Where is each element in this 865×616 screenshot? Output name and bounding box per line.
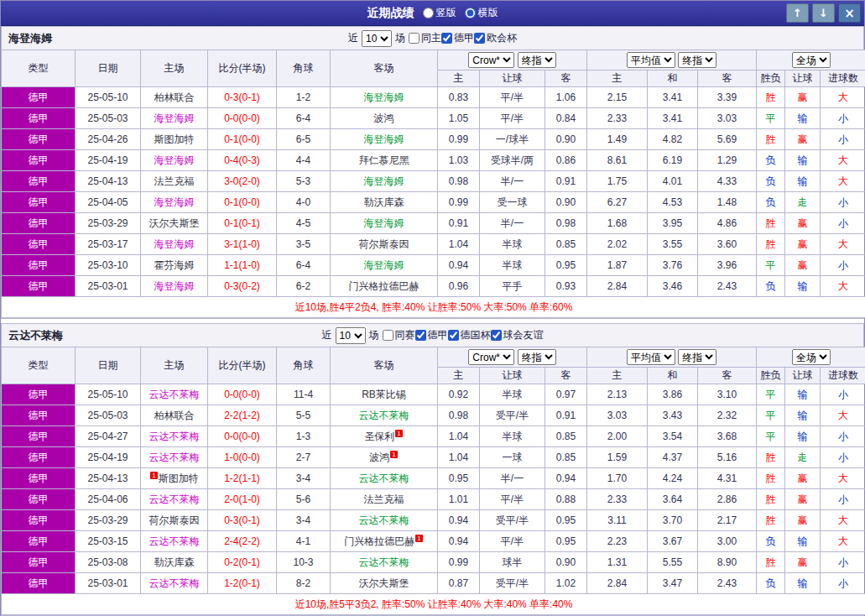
- home-team-cell: 柏林联合: [141, 405, 208, 426]
- layout-option-vertical[interactable]: 竖版: [423, 6, 456, 20]
- league-cell: 德甲: [2, 573, 76, 594]
- avg-home-cell: 2.33: [587, 489, 648, 510]
- odds-handicap-cell: 受平/半: [480, 405, 545, 426]
- avg-source-select[interactable]: 平均值: [627, 52, 675, 68]
- home-team-cell: 海登海姆: [141, 108, 208, 129]
- scope-select[interactable]: 全场: [792, 52, 831, 68]
- league-cell: 德甲: [2, 192, 76, 213]
- team-name: 门兴格拉德巴赫: [349, 280, 419, 292]
- team-name: 法兰克福: [364, 493, 404, 505]
- date-cell: 25-04-13: [76, 468, 141, 489]
- goals-result-cell: 大: [821, 87, 865, 108]
- team-name: 斯图加特: [159, 472, 199, 484]
- odds-handicap-cell: 半球: [480, 384, 545, 405]
- league-cell: 德甲: [2, 234, 76, 255]
- odds-handicap-cell: 平/半: [480, 87, 545, 108]
- filter-checkbox-同主[interactable]: 同主: [409, 31, 441, 45]
- column-header-type: 类型: [2, 347, 76, 384]
- scroll-down-button[interactable]: ↓: [812, 3, 835, 23]
- away-team-cell: 波鸿: [331, 108, 438, 129]
- avg-away-cell: 3.68: [698, 426, 757, 447]
- checkbox-input[interactable]: [441, 33, 452, 44]
- odds-away-cell: 0.85: [545, 447, 587, 468]
- corner-cell: 5-6: [277, 489, 331, 510]
- checkbox-input[interactable]: [491, 330, 502, 341]
- handicap-result-cell: 赢: [785, 255, 821, 276]
- team-name: 海登海姆: [154, 112, 195, 124]
- column-header-date: 日期: [76, 50, 141, 87]
- team-name: RB莱比锡: [362, 389, 406, 400]
- avg-source-select[interactable]: 平均值: [627, 349, 675, 365]
- team-section-werder-bremen: 云达不莱梅 近 10 场 同赛德甲德国杯球会友谊 类型 日期 主场 比分(半: [1, 323, 864, 616]
- avg-away-cell: 8.90: [698, 552, 757, 573]
- checkbox-input[interactable]: [409, 33, 419, 44]
- close-button[interactable]: ×: [838, 3, 861, 23]
- filter-checkbox-德国杯[interactable]: 德国杯: [448, 328, 491, 342]
- odds-away-cell: 0.88: [545, 489, 587, 510]
- odds-stage-select[interactable]: 终指: [518, 349, 556, 365]
- goals-result-cell: 小: [821, 426, 865, 447]
- filter-checkbox-同赛[interactable]: 同赛: [383, 328, 415, 342]
- layout-radio[interactable]: [423, 8, 434, 18]
- match-count-select[interactable]: 10: [362, 30, 392, 47]
- filter-checkbox-球会友谊[interactable]: 球会友谊: [491, 328, 544, 342]
- away-team-cell: 波鸿1: [331, 447, 438, 468]
- team-name: 沃尔夫斯堡: [359, 577, 409, 589]
- scope-select[interactable]: 全场: [792, 349, 831, 365]
- subheader-odds-away: 客: [545, 368, 587, 384]
- window-title: 近期战绩: [367, 6, 414, 21]
- scroll-up-button[interactable]: ↑: [786, 3, 809, 23]
- team-name: 门兴格拉德巴赫: [344, 535, 414, 547]
- goals-result-cell: 大: [821, 468, 865, 489]
- odds-company-select[interactable]: Crow*: [468, 349, 514, 365]
- filter-checkbox-group: 同赛德甲德国杯球会友谊: [383, 328, 544, 343]
- avg-stage-select[interactable]: 终指: [678, 349, 716, 365]
- outcome-cell: 平: [757, 384, 785, 405]
- filter-checkbox-欧会杯[interactable]: 欧会杯: [474, 31, 517, 45]
- checkbox-input[interactable]: [448, 330, 459, 341]
- avg-away-cell: 3.03: [698, 108, 757, 129]
- avg-stage-select[interactable]: 终指: [678, 52, 716, 68]
- corner-cell: 1-3: [277, 426, 331, 447]
- filter-checkbox-德甲[interactable]: 德甲: [415, 328, 448, 342]
- subheader-avg-away: 客: [698, 70, 757, 87]
- score-cell: 0-3(0-1): [208, 510, 277, 531]
- team-name: 波鸿: [374, 112, 394, 124]
- team-name: 云达不莱梅: [359, 472, 409, 484]
- odds-home-cell: 1.04: [438, 447, 480, 468]
- odds-home-cell: 0.91: [438, 213, 480, 234]
- odds-away-cell: 1.02: [545, 573, 587, 594]
- red-card-badge: 1: [150, 472, 157, 479]
- filter-checkbox-德甲[interactable]: 德甲: [441, 31, 474, 45]
- layout-option-label: 竖版: [436, 6, 456, 20]
- avg-draw-cell: 5.55: [648, 552, 698, 573]
- team-name: 拜仁慕尼黑: [359, 154, 409, 166]
- avg-draw-cell: 3.67: [648, 531, 698, 552]
- subheader-avg-away: 客: [698, 368, 757, 384]
- odds-company-select[interactable]: Crow*: [468, 52, 514, 68]
- odds-home-cell: 0.98: [438, 171, 480, 192]
- summary-text: 近10场,胜4平2负4, 胜率:40% 让胜率:50% 大率:50% 单率:60…: [2, 297, 865, 318]
- team-name: 云达不莱梅: [149, 577, 200, 589]
- home-team-cell: 云达不莱梅: [141, 447, 208, 468]
- odds-away-cell: 0.93: [545, 276, 587, 297]
- layout-radio[interactable]: [465, 8, 476, 18]
- red-card-badge: 1: [415, 535, 422, 542]
- odds-stage-select[interactable]: 终指: [518, 52, 556, 68]
- subheader-goals-result: 进球数: [821, 368, 865, 384]
- team-name: 云达不莱梅: [359, 514, 409, 526]
- checkbox-input[interactable]: [474, 33, 485, 44]
- score-cell: 0-1(0-0): [208, 192, 277, 213]
- date-cell: 25-04-19: [76, 150, 141, 171]
- checkbox-input[interactable]: [415, 330, 426, 341]
- avg-away-cell: 2.32: [698, 405, 757, 426]
- handicap-result-cell: 赢: [785, 234, 821, 255]
- scope-select-group: 全场: [757, 50, 865, 70]
- summary-row: 近10场,胜5平3负2, 胜率:50% 让胜率:40% 大率:40% 单率:40…: [2, 594, 865, 615]
- match-row: 德甲25-03-01海登海姆0-3(0-2)6-2门兴格拉德巴赫0.96平手0.…: [2, 276, 865, 297]
- checkbox-input[interactable]: [383, 330, 393, 341]
- date-cell: 25-03-29: [76, 510, 141, 531]
- layout-option-horizontal[interactable]: 横版: [465, 6, 498, 20]
- match-count-select[interactable]: 10: [336, 327, 366, 344]
- avg-draw-cell: 4.01: [648, 171, 698, 192]
